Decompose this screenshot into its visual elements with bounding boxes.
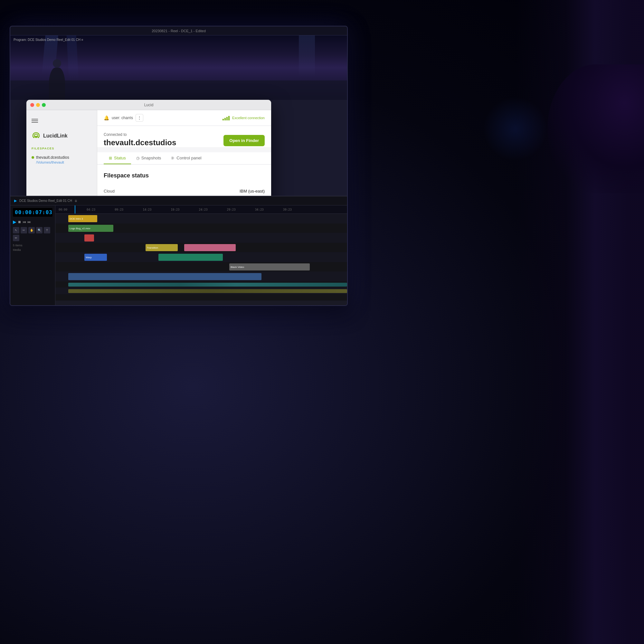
signal-bar-4: [228, 116, 230, 120]
tc-1: 00:00: [59, 208, 67, 211]
program-label-text: Program: DCE Studios Demo Reel_Edit 01 C…: [14, 38, 83, 42]
tc-4: 14:23: [143, 208, 151, 211]
status-title: Filespace status: [104, 172, 265, 179]
track-v7: V7: [55, 233, 347, 243]
window-titlebar: Lucid: [26, 100, 271, 110]
more-options-button[interactable]: ⋮: [136, 114, 143, 122]
tc-3: 09:23: [115, 208, 123, 211]
tc-9: 39:23: [283, 208, 292, 211]
transport-play[interactable]: ▶: [13, 219, 16, 224]
connection-status: Excellent connection: [223, 115, 265, 120]
clip-v3[interactable]: [68, 273, 261, 280]
window-title: Lucid: [144, 103, 154, 107]
timeline-timecodes: 00:00 04:23 09:23 14:23 19:23 24:23 29:2…: [59, 208, 292, 211]
tool-type[interactable]: T: [44, 227, 50, 233]
menu-icon[interactable]: [26, 115, 97, 126]
tracks-container: V9 🔒 DCE Intro 3 V8 Logo Bug_v2.mov: [55, 214, 347, 306]
filespaces-label: FILESPACES: [26, 147, 97, 153]
transport-stop[interactable]: ⏹: [18, 220, 21, 224]
transport-next[interactable]: ⏭: [27, 220, 31, 224]
lucidlink-logo: LucidLink: [26, 129, 97, 147]
track-s: S: [55, 294, 347, 301]
premiere-header: ▶ DCE Studios Demo Reel_Edit 01 CH ≡: [10, 196, 347, 205]
playhead: [75, 205, 75, 213]
clip-v6b[interactable]: [184, 244, 236, 251]
clip-logo-bug-label: Logo Bug_v2.mov: [70, 227, 90, 230]
premiere-menu-icon[interactable]: ≡: [75, 199, 77, 203]
tc-2: 04:23: [87, 208, 95, 211]
filespace-status-dot: [32, 156, 34, 159]
clip-logo-bug[interactable]: Logo Bug_v2.mov: [68, 225, 113, 232]
track-a1: A1: [55, 281, 347, 288]
status-tab-icon: ⊞: [109, 156, 112, 160]
clip-transition[interactable]: Transition: [146, 244, 178, 251]
tc-7: 29:23: [227, 208, 236, 211]
signal-bar-1: [223, 119, 224, 120]
clip-dce-intro[interactable]: DCE Intro 3: [68, 215, 97, 222]
tool-icons: ↖ ✂ ✋ 🔍 T ✏: [13, 227, 52, 241]
control-panel-tab-icon: ⊪: [171, 156, 175, 160]
connected-label: Connected to: [104, 132, 176, 137]
tool-razor[interactable]: ✂: [21, 227, 27, 233]
tabs: ⊞ Status ◷ Snapshots ⊪ Control panel: [97, 152, 271, 165]
user-info: 🔔 user: charris ⋮: [104, 114, 143, 122]
tab-status-label: Status: [114, 156, 126, 160]
audio-waveform-v3: [68, 283, 347, 287]
clip-dce-intro-label: DCE Intro 3: [70, 217, 83, 220]
premiere-timeline: ▶ DCE Studios Demo Reel_Edit 01 CH ≡ 00:…: [10, 196, 347, 305]
signal-bar-3: [226, 117, 228, 120]
play-button[interactable]: ▶: [14, 199, 17, 203]
tool-zoom[interactable]: 🔍: [36, 227, 43, 233]
tab-control-panel[interactable]: ⊪ Control panel: [166, 152, 206, 164]
tab-status[interactable]: ⊞ Status: [104, 152, 131, 164]
transport-prev[interactable]: ⏮: [23, 220, 26, 224]
tab-snapshots-label: Snapshots: [141, 156, 161, 160]
timeline-ruler: 00:00 04:23 09:23 14:23 19:23 24:23 29:2…: [55, 205, 347, 214]
filespace-item[interactable]: thevault.dcestudios /Volumes/thevault: [26, 153, 97, 167]
close-button[interactable]: [30, 103, 34, 107]
track-v8: V8 Logo Bug_v2.mov: [55, 223, 347, 233]
svg-point-0: [35, 136, 37, 138]
tool-pen[interactable]: ✏: [13, 235, 19, 241]
tc-8: 34:23: [255, 208, 264, 211]
program-label: Program: DCE Studios Demo Reel_Edit 01 C…: [14, 38, 83, 42]
filespace-name: thevault.dcestudios: [32, 155, 92, 160]
main-topbar: 🔔 user: charris ⋮: [97, 110, 271, 126]
signal-bar-2: [224, 118, 226, 120]
signal-bars-icon: [223, 115, 230, 120]
timecode-display: 00:00:07:03: [13, 208, 52, 217]
clip-transition-label: Transition: [147, 246, 158, 249]
track-v4: V4 Black Video: [55, 262, 347, 272]
clip-black-video-label: Black Video: [231, 266, 244, 269]
traffic-lights: [30, 103, 46, 107]
timecode-panel: 00:00:07:03 ▶ ⏹ ⏮ ⏭ ↖ ✂ ✋ 🔍 T ✏ 5 Items …: [10, 205, 55, 306]
track-h: H: [55, 288, 347, 294]
user-icon: 🔔: [104, 115, 109, 120]
media-label: Media: [13, 248, 52, 251]
tc-6: 24:23: [199, 208, 207, 211]
transport-controls: ▶ ⏹ ⏮ ⏭: [13, 219, 52, 224]
track-v6: V6 Transition: [55, 243, 347, 252]
vault-info: Connected to thevault.dcestudios: [104, 132, 176, 147]
clip-v7[interactable]: [84, 234, 94, 241]
premiere-sequence-title: DCE Studios Demo Reel_Edit 01 CH: [19, 199, 72, 203]
lucidlink-logo-icon: [32, 131, 41, 140]
clip-warp-label: Warp: [86, 256, 92, 259]
logo-text: LucidLink: [43, 133, 68, 139]
cloud-value: IBM (us-east): [240, 189, 265, 194]
tool-select[interactable]: ↖: [13, 227, 19, 233]
clip-v5b[interactable]: [158, 254, 223, 261]
open-finder-button[interactable]: Open in Finder: [223, 135, 265, 146]
tab-snapshots[interactable]: ◷ Snapshots: [131, 152, 166, 164]
video-content: [10, 35, 347, 100]
clip-black-video[interactable]: Black Video: [229, 263, 310, 270]
vault-name: thevault.dcestudios: [104, 138, 176, 147]
minimize-button[interactable]: [36, 103, 40, 107]
snapshots-tab-icon: ◷: [136, 156, 139, 160]
status-row-cloud: Cloud IBM (us-east): [104, 185, 265, 197]
maximize-button[interactable]: [42, 103, 46, 107]
tool-hand[interactable]: ✋: [28, 227, 35, 233]
clip-warp[interactable]: Warp: [84, 254, 107, 261]
cloud-label: Cloud: [104, 189, 115, 194]
items-count: 5 Items: [13, 244, 52, 247]
